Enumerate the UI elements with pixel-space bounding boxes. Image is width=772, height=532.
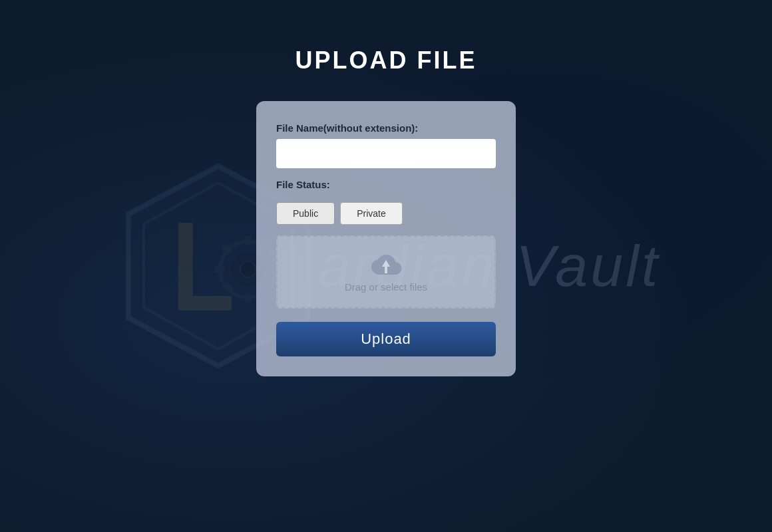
upload-button[interactable]: Upload <box>276 322 496 356</box>
status-public-button[interactable]: Public <box>276 202 335 225</box>
file-name-label: File Name(without extension): <box>276 122 496 134</box>
svg-rect-11 <box>221 244 232 255</box>
cloud-upload-icon <box>370 252 402 277</box>
svg-rect-7 <box>245 236 252 245</box>
file-status-label: File Status: <box>276 179 496 190</box>
file-name-section: File Name(without extension): <box>276 122 496 168</box>
svg-rect-3 <box>178 296 232 311</box>
page-title: UPLOAD FILE <box>295 47 477 74</box>
drop-zone-content: Drag or select files <box>345 252 427 293</box>
drop-zone-text: Drag or select files <box>345 281 427 293</box>
svg-rect-2 <box>178 223 193 309</box>
svg-rect-13 <box>222 283 234 294</box>
status-buttons: Public Private <box>276 202 496 225</box>
file-status-section: File Status: Public Private <box>276 179 496 225</box>
file-name-input[interactable] <box>276 139 496 168</box>
upload-card: File Name(without extension): File Statu… <box>256 101 516 376</box>
status-private-button[interactable]: Private <box>340 202 403 225</box>
drop-zone[interactable]: Drag or select files <box>276 235 496 309</box>
svg-rect-8 <box>245 293 252 303</box>
svg-point-6 <box>240 261 256 277</box>
svg-rect-9 <box>215 266 224 273</box>
